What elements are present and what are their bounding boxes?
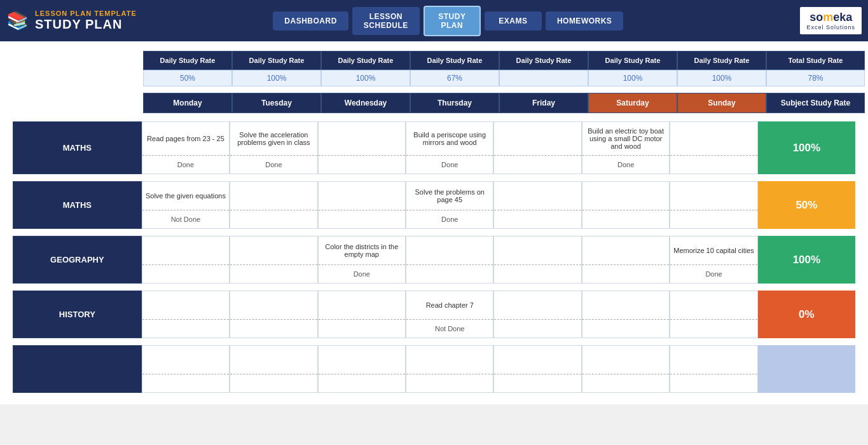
- brand-logo: someka Excel Solutions: [760, 7, 862, 34]
- rate-header-tue: Daily Study Rate: [232, 51, 321, 70]
- maths1-fri-status: [494, 156, 581, 174]
- rate-header-total: Total Study Rate: [766, 51, 865, 70]
- logo-area: 📚 LESSON PLAN TEMPLATE STUDY PLAN: [6, 10, 137, 32]
- hist-fri-status: [494, 320, 581, 338]
- hist-sun: [670, 291, 757, 338]
- day-monday: Monday: [143, 93, 232, 113]
- maths2-thu-task: Solve the problems on page 45: [406, 182, 493, 210]
- geo-rate: 100%: [758, 236, 855, 284]
- rate-header-wed: Daily Study Rate: [321, 51, 410, 70]
- geo-wed: Color the districts in the empty map Don…: [318, 236, 406, 284]
- maths2-sun-status: [670, 210, 757, 228]
- day-wednesday: Wednesday: [321, 93, 410, 113]
- empty-sun-task: [670, 346, 757, 374]
- subject-label-maths1: MATHS: [13, 121, 142, 174]
- subject-row-maths2: MATHS Solve the given equations Not Done…: [13, 181, 855, 229]
- maths1-sat-status: Done: [582, 156, 669, 174]
- hist-mon: [142, 291, 230, 338]
- rate-header-thu: Daily Study Rate: [410, 51, 499, 70]
- day-thursday: Thursday: [410, 93, 499, 113]
- main-content: Daily Study Rate Daily Study Rate Daily …: [0, 41, 868, 404]
- maths2-rate: 50%: [758, 181, 855, 229]
- geo-mon-status: [142, 265, 229, 283]
- nav-exams[interactable]: EXAMS: [485, 11, 542, 31]
- nav-dashboard[interactable]: DASHBOARD: [273, 11, 348, 31]
- geo-sat: [582, 236, 670, 284]
- nav-lesson-schedule[interactable]: LESSONSCHEDULE: [352, 7, 420, 35]
- maths1-thu-task: Build a periscope using mirrors and wood: [406, 122, 493, 156]
- maths1-sun-task: [670, 122, 757, 156]
- hist-fri-task: [494, 291, 581, 320]
- subject-row-history: HISTORY Read chapter 7 Not Done: [13, 291, 855, 338]
- rate-val-total: 78%: [766, 70, 865, 86]
- book-icon: 📚: [6, 10, 29, 31]
- empty-fri-status: [494, 374, 581, 392]
- day-subject-rate: Subject Study Rate: [766, 93, 865, 113]
- maths2-thu-status: Done: [406, 210, 493, 228]
- geo-fri: [493, 236, 581, 284]
- empty-thu-task: [406, 346, 493, 374]
- maths2-thu: Solve the problems on page 45 Done: [406, 181, 493, 229]
- rate-val-fri: [499, 70, 588, 86]
- maths2-wed-task: [319, 182, 405, 210]
- geo-tue-task: [230, 236, 317, 265]
- maths2-sat-status: [582, 210, 669, 228]
- empty-wed-status: [319, 374, 405, 392]
- maths2-wed: [318, 181, 406, 229]
- hist-mon-task: [142, 291, 229, 320]
- header-text: LESSON PLAN TEMPLATE STUDY PLAN: [35, 10, 137, 32]
- maths1-sun-status: [670, 156, 757, 174]
- maths1-tue-status: Done: [230, 156, 317, 174]
- hist-tue-task: [230, 291, 317, 320]
- subject-row-maths1: MATHS Read pages from 23 - 25 Done Solve…: [13, 121, 855, 174]
- hist-sun-task: [670, 291, 757, 320]
- subject-label-maths2: MATHS: [13, 181, 142, 229]
- hist-sat: [582, 291, 670, 338]
- subject-row-empty: [13, 345, 855, 393]
- maths2-tue-status: [230, 210, 317, 228]
- logo-box: someka Excel Solutions: [800, 7, 862, 34]
- geo-sat-task: [582, 236, 669, 265]
- rate-val-sun: 100%: [677, 70, 766, 86]
- rate-header-sun: Daily Study Rate: [677, 51, 766, 70]
- maths2-mon-status: Not Done: [142, 210, 229, 228]
- maths2-sat: [582, 181, 670, 229]
- subject-label-history: HISTORY: [13, 291, 142, 338]
- maths1-sat-task: Build an electric toy boat using a small…: [582, 122, 669, 156]
- empty-thu-status: [406, 374, 493, 392]
- empty-sun: [670, 345, 757, 393]
- maths1-mon-task: Read pages from 23 - 25: [142, 122, 229, 156]
- day-tuesday: Tuesday: [232, 93, 321, 113]
- maths1-fri-task: [494, 122, 581, 156]
- geo-thu-task: [406, 236, 493, 265]
- rate-val-thu: 67%: [410, 70, 499, 86]
- geo-sun-status: Done: [670, 265, 757, 283]
- maths1-wed: [318, 121, 406, 174]
- empty-mon-task: [142, 346, 229, 374]
- header: 📚 LESSON PLAN TEMPLATE STUDY PLAN DASHBO…: [0, 0, 868, 41]
- hist-tue: [230, 291, 317, 338]
- geo-thu: [406, 236, 493, 284]
- rate-val-tue: 100%: [232, 70, 321, 86]
- empty-thu: [406, 345, 493, 393]
- hist-sat-status: [582, 320, 669, 338]
- maths1-sun: [670, 121, 757, 174]
- app-title: STUDY PLAN: [35, 17, 137, 32]
- nav-study-plan[interactable]: STUDYPLAN: [424, 6, 481, 36]
- hist-rate: 0%: [758, 291, 855, 338]
- hist-fri: [493, 291, 581, 338]
- nav-homeworks[interactable]: HOMEWORKS: [546, 11, 624, 31]
- rate-header-sat: Daily Study Rate: [588, 51, 677, 70]
- rate-val-empty: [13, 70, 143, 86]
- rate-value-row: 50% 100% 100% 67% 100% 100% 78%: [13, 70, 855, 86]
- empty-tue-task: [230, 346, 317, 374]
- maths1-wed-task: [319, 122, 405, 156]
- maths2-sat-task: [582, 182, 669, 210]
- nav-area: DASHBOARD LESSONSCHEDULE STUDYPLAN EXAMS…: [137, 6, 760, 36]
- geo-wed-status: Done: [319, 265, 405, 283]
- maths1-tue: Solve the acceleration problems given in…: [230, 121, 317, 174]
- hist-thu-task: Read chapter 7: [406, 291, 493, 320]
- empty-sat: [582, 345, 670, 393]
- empty-sun-status: [670, 374, 757, 392]
- geo-sun: Memorize 10 capital cities Done: [670, 236, 757, 284]
